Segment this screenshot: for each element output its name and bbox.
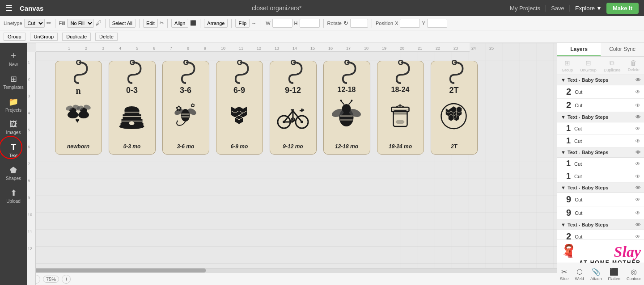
explore-button[interactable]: Explore ▼ <box>575 5 602 12</box>
width-input[interactable] <box>272 19 292 28</box>
layer-item-3-2[interactable]: 1 Cut 👁 <box>557 170 644 183</box>
linetype-select[interactable]: Cut <box>24 19 45 28</box>
eye-icon-group2[interactable]: 👁 <box>636 114 640 120</box>
eye-icon-group4[interactable]: 👁 <box>636 185 640 190</box>
ruler-mark-left-7: 7 <box>28 162 30 166</box>
x-input[interactable] <box>400 19 420 28</box>
layer-group-header-2[interactable]: ▼ Text - Baby Steps 👁 <box>557 112 644 122</box>
contour-button[interactable]: ◎ Contour <box>627 268 641 281</box>
eye-icon-5-1[interactable]: 👁 <box>635 234 640 240</box>
layer-item-2-2[interactable]: 1 Cut 👁 <box>557 135 644 147</box>
tab-color-sync[interactable]: Color Sync <box>601 43 644 56</box>
hanger-bottomlabel-5: 12-18 mo <box>335 143 358 150</box>
layer-num-2-1: 1 <box>566 124 571 133</box>
make-it-button[interactable]: Make It <box>606 3 639 14</box>
ruler-mark-21: 21 <box>418 46 422 50</box>
eye-icon-group1[interactable]: 👁 <box>636 77 640 83</box>
delete-action-btn[interactable]: 🗑 Delete <box>628 59 640 72</box>
select-all-button[interactable]: Select All <box>109 19 136 28</box>
layer-item-4-2[interactable]: 9 Cut 👁 <box>557 206 644 220</box>
eye-icon-2-1[interactable]: 👁 <box>635 126 640 132</box>
sidebar-item-images[interactable]: 🖼 Images <box>0 117 27 138</box>
eye-icon-4-1[interactable]: 👁 <box>635 197 640 203</box>
ruler-mark-24: 24 <box>471 46 476 50</box>
layer-label-5-1: Cut <box>575 234 631 239</box>
slice-label: Slice <box>560 277 569 281</box>
hanger-image-6 <box>384 97 417 133</box>
sidebar-item-templates[interactable]: ⊞ Templates <box>0 71 27 92</box>
svg-point-65 <box>351 100 353 101</box>
align-button[interactable]: Align <box>171 19 188 28</box>
eye-icon-1-2[interactable]: 👁 <box>635 102 640 109</box>
ruler-mark-6: 6 <box>153 46 155 50</box>
zoom-in-button[interactable]: + <box>62 275 71 284</box>
hanger-hook-6 <box>387 60 414 89</box>
layer-group-header-4[interactable]: ▼ Text - Baby Steps 👁 <box>557 183 644 193</box>
layer-item-2-1[interactable]: 1 Cut 👁 <box>557 122 644 135</box>
weld-button[interactable]: ⬡ Weld <box>575 268 584 281</box>
layer-group-header-3[interactable]: ▼ Text - Baby Steps 👁 <box>557 147 644 158</box>
group-action-btn[interactable]: ⊞ Group <box>562 59 573 72</box>
ungroup-action-btn[interactable]: ⊟ UnGroup <box>580 59 597 72</box>
my-projects-link[interactable]: My Projects <box>510 5 540 12</box>
edit-button[interactable]: Edit <box>143 19 158 28</box>
ungroup-button[interactable]: UnGroup <box>30 33 58 41</box>
layer-group-header-1[interactable]: ▼ Text - Baby Steps 👁 <box>557 75 644 85</box>
hanger-image-4 <box>275 97 311 133</box>
left-sidebar: ＋ New ⊞ Templates 📁 Projects 🖼 Images T … <box>0 43 27 285</box>
sidebar-item-upload[interactable]: ⬆ Upload <box>0 185 27 206</box>
hamburger-menu[interactable]: ☰ <box>5 3 13 13</box>
y-input[interactable] <box>427 19 447 28</box>
scrollbar-thumb[interactable] <box>27 268 206 272</box>
save-link[interactable]: Save <box>551 5 564 12</box>
fill-select[interactable]: No Fill <box>67 19 94 28</box>
horizontal-scrollbar[interactable] <box>27 268 557 272</box>
align-group: Align ⬛ <box>171 19 200 28</box>
group-button[interactable]: Group <box>4 33 25 41</box>
contour-label: Contour <box>627 277 641 281</box>
eye-icon-group5[interactable]: 👁 <box>636 222 640 227</box>
tab-layers[interactable]: Layers <box>557 43 601 56</box>
ruler-mark-4: 4 <box>119 46 121 50</box>
layer-label-4-1: Cut <box>575 197 631 202</box>
layer-item-3-1[interactable]: 1 Cut 👁 <box>557 158 644 170</box>
arrange-button[interactable]: Arrange <box>204 19 228 28</box>
layer-label-1-2: Cut <box>575 103 631 108</box>
ruler-mark-2: 2 <box>85 46 87 50</box>
eye-icon-1-1[interactable]: 👁 <box>635 89 640 95</box>
sidebar-item-shapes[interactable]: ⬟ Shapes <box>0 163 27 184</box>
duplicate-action-btn[interactable]: ⧉ Duplicate <box>604 59 621 72</box>
flatten-icon: ⬛ <box>610 268 619 276</box>
hanger-image-5 <box>330 97 364 133</box>
delete-button[interactable]: Delete <box>95 33 118 41</box>
eye-icon-group3[interactable]: 👁 <box>636 150 640 155</box>
ruler-mark-left-11: 11 <box>28 230 32 234</box>
height-input[interactable] <box>300 19 320 28</box>
flip-button[interactable]: Flip <box>235 19 250 28</box>
group4-label: Text - Baby Steps <box>568 185 609 190</box>
shapes-icon: ⬟ <box>10 165 17 175</box>
layer-group-header-5[interactable]: ▼ Text - Baby Steps 👁 <box>557 220 644 230</box>
eye-icon-3-2[interactable]: 👁 <box>635 173 640 180</box>
slice-button[interactable]: ✂ Slice <box>560 268 569 281</box>
sidebar-item-new[interactable]: ＋ New <box>0 46 27 70</box>
attach-button[interactable]: 📎 Attach <box>590 268 602 281</box>
rotate-input[interactable] <box>350 19 368 28</box>
flatten-button[interactable]: ⬛ Flatten <box>608 268 620 281</box>
ruler-mark-1: 1 <box>68 46 70 50</box>
eye-icon-4-2[interactable]: 👁 <box>635 210 640 216</box>
layer-item-1-2[interactable]: 2 Cut 👁 <box>557 99 644 112</box>
fill-group: Fill No Fill 🖊 <box>59 19 106 28</box>
action-row: ⊞ Group ⊟ UnGroup ⧉ Duplicate 🗑 Delete <box>557 57 644 75</box>
sidebar-item-text[interactable]: T Text <box>0 139 27 161</box>
sidebar-item-projects[interactable]: 📁 Projects <box>0 94 27 115</box>
ruler-mark-3: 3 <box>102 46 104 50</box>
text-icon: T <box>11 142 16 152</box>
eye-icon-3-1[interactable]: 👁 <box>635 161 640 167</box>
layer-item-1-1[interactable]: 2 Cut 👁 <box>557 85 644 99</box>
eye-icon-2-2[interactable]: 👁 <box>635 138 640 144</box>
layer-item-4-1[interactable]: 9 Cut 👁 <box>557 193 644 206</box>
group3-label: Text - Baby Steps <box>568 150 609 155</box>
canvas-area[interactable]: 1 2 3 4 5 6 7 8 9 10 11 12 13 14 15 16 1… <box>27 43 557 285</box>
duplicate-button[interactable]: Duplicate <box>62 33 91 41</box>
